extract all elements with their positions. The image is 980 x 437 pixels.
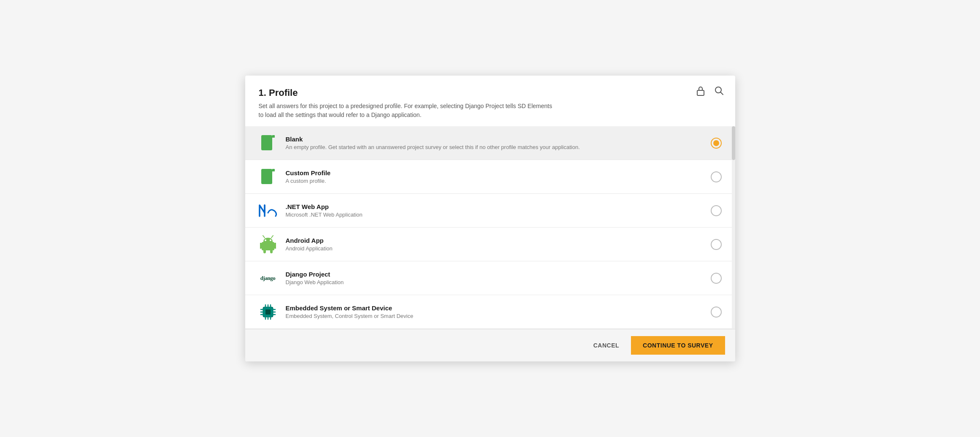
profile-item-custom[interactable]: Custom Profile A custom profile. [245,160,735,194]
django-radio[interactable] [711,273,722,284]
custom-radio[interactable] [711,171,722,182]
dotnet-profile-desc: Microsoft .NET Web Application [286,212,704,218]
custom-profile-info: Custom Profile A custom profile. [286,169,704,184]
django-icon: django [259,269,277,288]
page-title: 1. Profile [259,87,722,98]
profile-item-embedded[interactable]: Embedded System or Smart Device Embedded… [245,295,735,329]
header-icons [695,85,725,97]
svg-rect-3 [261,135,272,150]
android-radio[interactable] [711,239,722,250]
blank-profile-info: Blank An empty profile. Get started with… [286,136,704,150]
svg-rect-8 [272,169,275,171]
blank-radio[interactable] [711,138,722,149]
svg-rect-19 [265,309,271,315]
blank-icon [259,134,277,152]
dotnet-profile-name: .NET Web App [286,203,704,210]
svg-rect-6 [261,169,272,184]
dotnet-radio[interactable] [711,205,722,216]
dialog-footer: CANCEL CONTINUE TO SURVEY [245,329,735,361]
django-profile-info: Django Project Django Web Application [286,271,704,285]
embedded-profile-info: Embedded System or Smart Device Embedded… [286,304,704,319]
custom-profile-desc: A custom profile. [286,178,704,184]
svg-rect-16 [260,243,262,249]
embedded-profile-desc: Embedded System, Control System or Smart… [286,313,704,319]
scrollbar-thumb[interactable] [732,126,735,160]
scrollbar-track[interactable] [732,126,735,329]
profiles-list: Blank An empty profile. Get started with… [245,126,735,329]
search-icon[interactable] [713,85,725,97]
svg-rect-9 [262,242,274,250]
lock-icon[interactable] [695,85,707,97]
django-text-icon: django [260,275,275,282]
custom-icon [259,168,277,186]
svg-rect-14 [263,250,266,253]
embedded-radio[interactable] [711,307,722,318]
dialog-header: 1. Profile Set all answers for this proj… [245,76,735,126]
blank-profile-name: Blank [286,136,704,143]
android-profile-desc: Android Application [286,245,704,252]
custom-profile-name: Custom Profile [286,169,704,176]
profile-item-android[interactable]: Android App Android Application [245,228,735,261]
svg-line-12 [263,236,265,238]
svg-point-10 [265,239,266,241]
profile-item-blank[interactable]: Blank An empty profile. Get started with… [245,126,735,160]
svg-point-11 [270,239,271,241]
profile-item-django[interactable]: django Django Project Django Web Applica… [245,261,735,295]
svg-rect-17 [274,243,276,249]
dotnet-icon [259,201,277,220]
embedded-profile-name: Embedded System or Smart Device [286,304,704,312]
django-profile-desc: Django Web Application [286,279,704,285]
android-profile-name: Android App [286,237,704,244]
svg-line-2 [720,92,723,95]
svg-rect-0 [697,90,704,95]
svg-rect-5 [272,135,275,138]
page-subtitle: Set all answers for this project to a pr… [259,102,554,119]
continue-to-survey-button[interactable]: CONTINUE TO SURVEY [631,336,725,355]
dotnet-profile-info: .NET Web App Microsoft .NET Web Applicat… [286,203,704,218]
android-profile-info: Android App Android Application [286,237,704,252]
profile-dialog: 1. Profile Set all answers for this proj… [245,76,735,361]
cancel-button[interactable]: CANCEL [582,336,631,355]
django-profile-name: Django Project [286,271,704,278]
svg-line-13 [271,236,273,238]
svg-rect-15 [270,250,273,253]
blank-profile-desc: An empty profile. Get started with an un… [286,144,704,150]
android-icon [259,235,277,254]
embedded-icon [259,303,277,321]
profile-item-dotnet[interactable]: .NET Web App Microsoft .NET Web Applicat… [245,194,735,228]
profiles-list-wrapper: Blank An empty profile. Get started with… [245,126,735,329]
